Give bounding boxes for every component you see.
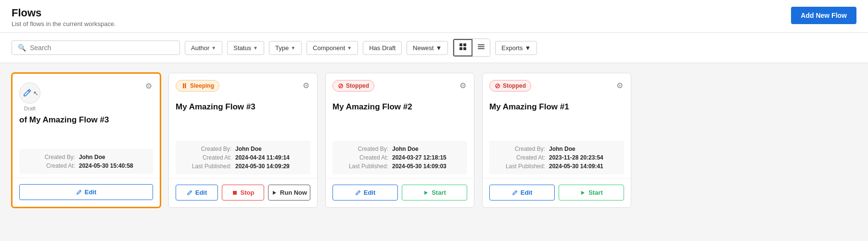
start-label: Start [432, 189, 446, 196]
svg-rect-6 [478, 48, 485, 49]
draft-area: ↖ Draft [19, 80, 40, 111]
exports-label: Exports [501, 44, 523, 52]
last-published-value: 2024-05-30 14:09:29 [235, 163, 290, 170]
author-filter-button[interactable]: Author ▼ [185, 41, 222, 55]
newest-label: Newest [413, 44, 434, 52]
edit-label: Edit [521, 189, 533, 196]
run-icon [271, 190, 277, 196]
edit-button[interactable]: Edit [176, 185, 218, 201]
status-badge: ⊘Stopped [489, 80, 531, 92]
run-button[interactable]: Run Now [268, 185, 310, 201]
author-chevron-icon: ▼ [211, 45, 216, 51]
exports-chevron-icon: ▼ [524, 44, 531, 52]
grid-view-button[interactable] [453, 39, 472, 56]
flow-card-header: ↖ Draft ⚙ [13, 74, 160, 115]
flow-card-flow-3: ⏸Sleeping ⚙ My Amazing Flow #3 Created B… [168, 73, 318, 208]
svg-rect-3 [463, 47, 466, 50]
page-title: Flows [12, 7, 116, 19]
last-published-value: 2024-05-30 14:09:03 [392, 163, 447, 170]
flow-card-actions: EditStart [326, 178, 474, 207]
newest-button[interactable]: Newest ▼ [407, 41, 448, 55]
flow-status-area: ↖ Draft [19, 80, 40, 111]
flow-card-spacer [169, 117, 317, 137]
toolbar: 🔍 Author ▼ Status ▼ Type ▼ Component ▼ H… [0, 33, 868, 63]
created-at-label: Created At: [182, 154, 235, 161]
flow-card-spacer [483, 117, 631, 137]
stopped-icon: ⊘ [495, 82, 500, 90]
newest-chevron-icon: ▼ [435, 44, 442, 52]
flow-card-title: of My Amazing Flow #3 [13, 115, 160, 130]
edit-label: Edit [364, 189, 376, 196]
flow-card-spacer [326, 117, 474, 137]
status-filter-button[interactable]: Status ▼ [227, 41, 264, 55]
svg-rect-4 [478, 44, 485, 45]
pencil-icon [22, 88, 32, 98]
start-button[interactable]: Start [402, 185, 467, 201]
flow-card-header: ⊘Stopped ⚙ [483, 73, 631, 102]
created-by-value: John Doe [235, 146, 262, 152]
status-badge: ⏸Sleeping [176, 80, 219, 92]
created-at-label: Created At: [26, 162, 79, 169]
status-filter-label: Status [233, 44, 251, 52]
svg-marker-10 [424, 191, 428, 195]
stopped-icon: ⊘ [338, 82, 344, 90]
created-by-label: Created By: [182, 146, 235, 152]
add-new-flow-button[interactable]: Add New Flow [791, 7, 856, 24]
type-filter-label: Type [275, 44, 289, 52]
created-at-label: Created At: [339, 154, 392, 161]
stop-label: Stop [241, 189, 255, 196]
type-chevron-icon: ▼ [291, 45, 295, 51]
created-by-label: Created By: [339, 146, 392, 152]
type-filter-button[interactable]: Type ▼ [269, 41, 302, 55]
has-draft-button[interactable]: Has Draft [363, 41, 402, 55]
stop-button[interactable]: Stop [222, 185, 264, 201]
flow-status-area: ⏸Sleeping [176, 80, 219, 92]
status-label: Stopped [503, 82, 526, 89]
created-by-label: Created By: [26, 154, 79, 161]
flows-grid: ↖ Draft ⚙ of My Amazing Flow #3 Created … [0, 63, 868, 217]
edit-label: Edit [195, 189, 207, 196]
status-label: Sleeping [190, 82, 214, 89]
start-label: Start [588, 189, 603, 196]
component-filter-label: Component [313, 44, 345, 52]
gear-icon[interactable]: ⚙ [302, 80, 310, 91]
flow-card-flow-1: ⊘Stopped ⚙ My Amazing Flow #1 Created By… [482, 73, 631, 208]
start-icon [423, 190, 429, 196]
grid-icon [459, 43, 467, 51]
status-chevron-icon: ▼ [253, 45, 258, 51]
gear-icon[interactable]: ⚙ [459, 80, 467, 91]
gear-icon[interactable]: ⚙ [615, 80, 624, 91]
flow-card-flow-draft: ↖ Draft ⚙ of My Amazing Flow #3 Created … [12, 73, 161, 208]
start-button[interactable]: Start [559, 185, 624, 201]
created-by-value: John Doe [392, 146, 419, 152]
exports-button[interactable]: Exports ▼ [495, 41, 537, 55]
gear-icon[interactable]: ⚙ [144, 80, 153, 92]
last-published-label: Last Published: [182, 163, 235, 170]
edit-button[interactable]: Edit [19, 184, 153, 200]
svg-rect-1 [463, 43, 466, 46]
search-box: 🔍 [12, 40, 180, 55]
flow-status-area: ⊘Stopped [332, 80, 374, 92]
last-published-label: Last Published: [339, 163, 392, 170]
search-icon: 🔍 [18, 44, 26, 52]
last-published-value: 2024-05-30 14:09:41 [549, 163, 603, 170]
search-input[interactable] [30, 44, 174, 52]
edit-button[interactable]: Edit [489, 185, 555, 201]
last-published-label: Last Published: [496, 163, 549, 170]
flow-card-meta: Created By:John DoeCreated At:2023-11-28… [489, 141, 624, 174]
edit-icon [355, 190, 361, 196]
edit-icon [187, 190, 192, 196]
flow-card-actions: Edit [13, 178, 160, 207]
flow-card-actions: EditStopRun Now [169, 178, 317, 207]
draft-label: Draft [24, 106, 36, 111]
created-by-value: John Doe [79, 154, 105, 161]
page-header: Flows List of flows in the current works… [0, 0, 868, 33]
sleeping-icon: ⏸ [181, 82, 188, 90]
edit-button[interactable]: Edit [332, 185, 398, 201]
flow-card-title: My Amazing Flow #1 [483, 102, 631, 117]
page-subtitle: List of flows in the current workspace. [12, 20, 116, 27]
created-at-value: 2024-05-30 15:40:58 [79, 162, 133, 169]
component-filter-button[interactable]: Component ▼ [306, 41, 358, 55]
start-icon [580, 190, 586, 196]
list-view-button[interactable] [472, 39, 490, 56]
